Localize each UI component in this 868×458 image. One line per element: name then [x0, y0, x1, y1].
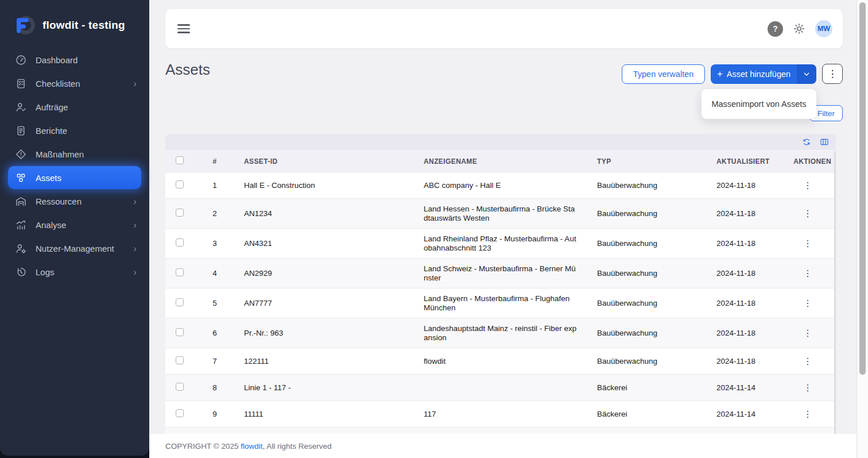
sidebar-item-logs[interactable]: Logs › [8, 260, 141, 283]
columns-icon[interactable] [820, 137, 829, 147]
add-asset-dropdown-menu: Massenimport von Assets [702, 89, 816, 119]
header-number: # [200, 157, 230, 166]
cell-updated: 2024-11-18 [702, 269, 788, 278]
refresh-icon[interactable] [802, 137, 811, 147]
cell-number: 4 [200, 269, 230, 278]
cell-display-name: Land Schweiz - Musterbaufirma - Berner M… [409, 259, 583, 288]
menu-toggle-button[interactable] [177, 23, 192, 34]
sidebar-item-assets[interactable]: Assets › [8, 166, 141, 189]
table-row[interactable]: 9 11111 117 Bäckerei 2024-11-14 ⋮ [165, 401, 836, 428]
row-checkbox[interactable] [176, 328, 184, 336]
cell-updated: 2024-11-14 [702, 383, 788, 392]
row-actions-button[interactable]: ⋮ [803, 181, 813, 190]
user-gear-icon [15, 243, 27, 255]
cell-updated: 2024-11-18 [702, 329, 788, 337]
table-row[interactable]: 1 Hall E - Construction ABC company - Ha… [165, 172, 836, 199]
main-area: ? MW Assets Typen verwalten + Asset hinz… [149, 0, 868, 458]
cell-type: Bauüberwachung [583, 209, 702, 218]
chevron-right-icon: › [133, 197, 137, 206]
row-checkbox[interactable] [176, 298, 184, 306]
row-actions-button[interactable]: ⋮ [803, 209, 813, 218]
cell-asset-id: AN2929 [230, 269, 409, 278]
row-actions-button[interactable]: ⋮ [803, 357, 813, 366]
cell-updated: 2024-11-18 [702, 181, 788, 190]
help-button[interactable]: ? [768, 21, 783, 37]
cell-asset-id: AN4321 [230, 239, 409, 248]
row-actions-button[interactable]: ⋮ [803, 269, 813, 278]
cell-number: 8 [200, 383, 230, 392]
cell-asset-id: AN7777 [230, 299, 409, 307]
table-row[interactable]: 4 AN2929 Land Schweiz - Musterbaufirma -… [165, 259, 836, 288]
table-row[interactable]: 6 Pr.-Nr.: 963 Landeshauptstadt Mainz - … [165, 318, 836, 348]
flowdit-logo-icon [13, 14, 36, 37]
add-asset-button[interactable]: + Asset hinzufügen [711, 64, 797, 84]
cell-updated: 2024-11-18 [702, 299, 788, 307]
row-actions-button[interactable]: ⋮ [803, 329, 813, 338]
row-checkbox[interactable] [176, 238, 184, 247]
sidebar-item-ressourcen[interactable]: Ressourcen › [8, 190, 141, 213]
mass-import-menu-item[interactable]: Massenimport von Assets [711, 99, 806, 109]
cell-display-name: Land Bayern - Musterbaufirma - Flughafen… [409, 288, 583, 318]
sidebar-item-berichte[interactable]: Berichte › [8, 119, 141, 142]
more-actions-button[interactable]: ⋮ [822, 64, 843, 84]
chevron-right-icon: › [133, 220, 137, 230]
row-actions-button[interactable]: ⋮ [803, 299, 813, 308]
cell-asset-id: 11111 [230, 410, 409, 418]
table-row[interactable]: 8 Linie 1 - 117 - Bäckerei 2024-11-14 ⋮ [165, 375, 836, 401]
cell-number: 7 [200, 357, 230, 365]
table-row[interactable]: 7 122111 flowdit Bauüberwachung 2024-11-… [165, 348, 836, 375]
row-actions-button[interactable]: ⋮ [803, 383, 813, 392]
cell-number: 9 [200, 410, 230, 418]
cell-number: 2 [200, 209, 230, 218]
table-row[interactable]: 2 AN1234 Land Hessen - Musterbaufirma - … [165, 199, 836, 229]
header-asset-id: ASSET-ID [230, 157, 409, 166]
cell-type: Bauüberwachung [583, 239, 702, 248]
header-type: TYP [583, 157, 702, 166]
cell-display-name: 117 [409, 404, 583, 425]
add-asset-dropdown-toggle[interactable] [797, 64, 816, 84]
user-avatar[interactable]: MW [815, 20, 832, 37]
row-checkbox[interactable] [176, 268, 184, 276]
gauge-icon [15, 54, 27, 66]
settings-gear-icon[interactable] [793, 22, 805, 35]
cell-asset-id: Linie 1 - 117 - [230, 383, 409, 392]
manage-types-button[interactable]: Typen verwalten [622, 64, 705, 84]
cell-type: Bäckerei [583, 410, 702, 418]
row-checkbox[interactable] [176, 383, 184, 391]
history-icon [15, 266, 27, 278]
row-checkbox[interactable] [176, 180, 184, 188]
select-all-checkbox[interactable] [176, 156, 184, 164]
chevron-down-icon [802, 70, 811, 79]
flowdit-link[interactable]: flowdit [241, 442, 262, 451]
sidebar-item-nutzer-management[interactable]: Nutzer-Management › [8, 237, 141, 260]
table-header-row: # ASSET-ID ANZEIGENAME TYP AKTUALISIERT … [165, 151, 836, 172]
sidebar-item-analyse[interactable]: Analyse › [8, 213, 141, 236]
sidebar-item-massnahmen[interactable]: Maßnahmen › [8, 143, 141, 166]
brand: flowdit - testing [0, 0, 149, 37]
window-scrollbar-thumb[interactable] [859, 2, 866, 375]
user-check-icon [15, 101, 27, 113]
boxes-icon [15, 172, 27, 184]
row-actions-button[interactable]: ⋮ [803, 410, 813, 419]
table-toolbar [165, 134, 836, 151]
row-checkbox[interactable] [176, 209, 184, 217]
row-checkbox[interactable] [176, 409, 184, 417]
sidebar-item-dashboard[interactable]: Dashboard › [8, 48, 141, 71]
sidebar-item-checklisten[interactable]: Checklisten › [8, 72, 141, 95]
cell-type: Bauüberwachung [583, 357, 702, 365]
table-row[interactable]: 5 AN7777 Land Bayern - Musterbaufirma - … [165, 288, 836, 318]
chart-icon [15, 219, 27, 231]
cell-display-name [409, 382, 583, 394]
row-actions-button[interactable]: ⋮ [803, 239, 813, 248]
sidebar-item-auftraege[interactable]: Aufträge › [8, 95, 141, 118]
table-row-partial [165, 428, 836, 434]
cell-number: 1 [200, 181, 230, 190]
cell-display-name: flowdit [409, 351, 583, 372]
cell-asset-id: Pr.-Nr.: 963 [230, 329, 409, 337]
table-row[interactable]: 3 AN4321 Land Rheinland Pflaz - Musterba… [165, 229, 836, 259]
cell-type: Bäckerei [583, 383, 702, 392]
row-checkbox[interactable] [176, 356, 184, 364]
page-title: Assets [165, 61, 210, 79]
cell-type: Bauüberwachung [583, 269, 702, 278]
add-asset-split-button: + Asset hinzufügen [711, 64, 816, 84]
